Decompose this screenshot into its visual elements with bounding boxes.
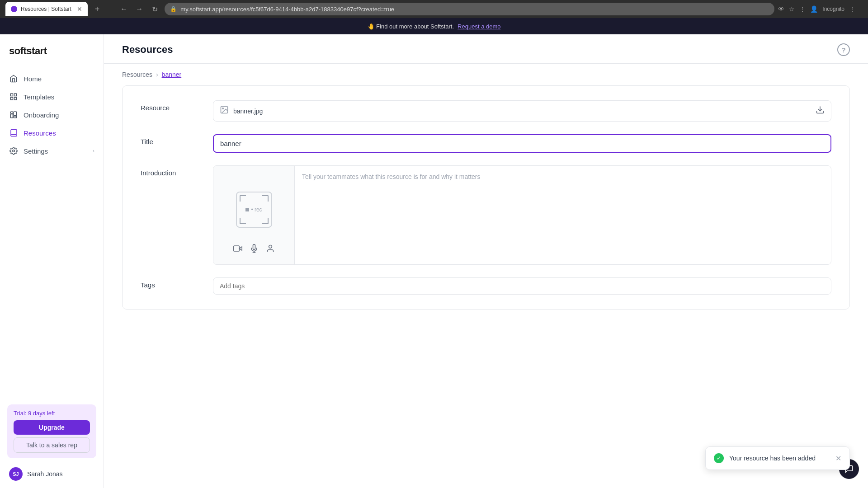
introduction-label: Introduction	[141, 165, 195, 177]
rec-box: • rec	[236, 175, 272, 244]
svg-rect-1	[14, 94, 17, 96]
breadcrumb: Resources › banner	[104, 64, 868, 85]
image-icon	[220, 105, 229, 117]
video-icon[interactable]	[233, 244, 242, 255]
new-tab-button[interactable]: +	[91, 5, 104, 14]
svg-rect-3	[14, 98, 17, 100]
sidebar-item-label: Onboarding	[24, 111, 59, 119]
form-area: Resource banner.jpg	[104, 85, 868, 328]
rec-label: • rec	[251, 206, 262, 213]
incognito-label: Incognito	[822, 6, 844, 12]
promo-banner: 🤚 Find out more about Softstart. Request…	[0, 18, 868, 34]
sidebar-item-label: Settings	[24, 147, 48, 155]
breadcrumb-current: banner	[162, 71, 182, 78]
intro-placeholder: Tell your teammates what this resource i…	[302, 173, 824, 180]
sidebar-item-templates[interactable]: Templates	[0, 88, 104, 106]
security-icon: 🔒	[170, 6, 177, 12]
svg-rect-13	[233, 246, 239, 251]
sidebar-item-resources[interactable]: Resources	[0, 124, 104, 142]
svg-point-10	[222, 108, 224, 109]
templates-icon	[9, 92, 18, 101]
sidebar-item-settings[interactable]: Settings ›	[0, 142, 104, 160]
sidebar-item-label: Resources	[24, 129, 56, 137]
toast-message: Your resource has been added	[729, 455, 816, 462]
introduction-row: Introduction	[141, 165, 831, 265]
page-header: Resources ?	[104, 34, 868, 64]
trial-text: Trial: 9 days left	[14, 410, 90, 417]
sidebar-item-label: Home	[24, 75, 42, 83]
sidebar: softstart Home	[0, 34, 104, 488]
svg-point-8	[13, 150, 15, 152]
video-panel: • rec	[213, 166, 295, 264]
video-controls	[233, 244, 275, 255]
banner-text: 🤚 Find out more about Softstart.	[368, 23, 454, 30]
profile-icon[interactable]: 👤	[810, 5, 818, 13]
svg-rect-5	[10, 114, 13, 118]
resource-label: Resource	[141, 100, 195, 112]
svg-marker-12	[239, 247, 242, 250]
title-label: Title	[141, 134, 195, 145]
sales-button[interactable]: Talk to a sales rep	[14, 437, 90, 453]
url-display: my.softstart.app/resources/fc5f67d6-9414…	[180, 6, 394, 13]
sidebar-item-label: Templates	[24, 93, 54, 101]
home-icon	[9, 74, 18, 83]
sidebar-bottom: Trial: 9 days left Upgrade Talk to a sal…	[0, 397, 104, 488]
success-icon: ✓	[714, 453, 724, 463]
resource-file-box: banner.jpg	[213, 100, 831, 122]
app-layout: softstart Home	[0, 34, 868, 488]
download-button[interactable]	[816, 105, 825, 117]
tab-favicon	[11, 6, 17, 12]
introduction-field: • rec	[213, 165, 831, 265]
star-icon[interactable]: ☆	[789, 5, 795, 13]
forward-button[interactable]: →	[133, 3, 146, 15]
microphone-icon[interactable]	[250, 244, 259, 255]
browser-tab[interactable]: Resources | Softstart ✕	[5, 2, 88, 16]
refresh-button[interactable]: ↻	[148, 3, 161, 15]
tags-field[interactable]	[213, 277, 831, 295]
request-demo-link[interactable]: Request a demo	[458, 23, 500, 30]
rec-frame: • rec	[236, 192, 272, 228]
title-field[interactable]	[213, 134, 831, 153]
app-logo: softstart	[0, 34, 104, 66]
svg-point-16	[269, 245, 272, 249]
settings-icon	[9, 146, 18, 155]
avatar: SJ	[9, 467, 23, 481]
tags-row: Tags	[141, 277, 831, 295]
form-section: Resource banner.jpg	[122, 85, 850, 310]
back-button[interactable]: ←	[118, 3, 130, 15]
tab-close-button[interactable]: ✕	[77, 5, 82, 13]
nav-controls: ← → ↻	[118, 3, 161, 15]
eye-icon[interactable]: 👁	[778, 5, 784, 13]
avatar-icon[interactable]	[266, 244, 275, 255]
chevron-down-icon: ›	[93, 148, 94, 154]
menu-icon[interactable]: ⋮	[849, 5, 855, 13]
address-bar[interactable]: 🔒 my.softstart.app/resources/fc5f67d6-94…	[165, 3, 774, 15]
breadcrumb-separator: ›	[156, 71, 158, 78]
tags-label: Tags	[141, 277, 195, 289]
title-row: Title	[141, 134, 831, 153]
file-name: banner.jpg	[233, 108, 811, 115]
help-button[interactable]: ?	[837, 43, 850, 56]
sidebar-nav: Home Templates	[0, 66, 104, 397]
resources-icon	[9, 128, 18, 137]
browser-toolbar: 👁 ☆ ⋮ 👤 Incognito ⋮	[778, 5, 855, 13]
svg-rect-0	[10, 94, 13, 96]
text-panel[interactable]: Tell your teammates what this resource i…	[295, 166, 831, 264]
toast-close-button[interactable]: ✕	[835, 454, 841, 463]
user-row: SJ Sarah Jonas	[7, 463, 96, 481]
tags-input[interactable]	[213, 277, 831, 295]
toast-notification: ✓ Your resource has been added ✕	[705, 446, 850, 470]
breadcrumb-parent[interactable]: Resources	[122, 71, 152, 78]
intro-container: • rec	[213, 165, 831, 265]
title-input[interactable]	[213, 134, 831, 153]
extensions-icon[interactable]: ⋮	[799, 5, 806, 13]
main-content: Resources ? Resources › banner Resource	[104, 34, 868, 488]
user-name: Sarah Jonas	[27, 470, 63, 478]
trial-box: Trial: 9 days left Upgrade Talk to a sal…	[7, 404, 96, 458]
sidebar-item-onboarding[interactable]: Onboarding	[0, 106, 104, 124]
svg-rect-6	[14, 112, 17, 115]
tab-title: Resources | Softstart	[21, 6, 71, 12]
sidebar-item-home[interactable]: Home	[0, 70, 104, 88]
svg-rect-4	[10, 112, 13, 113]
upgrade-button[interactable]: Upgrade	[14, 420, 90, 435]
